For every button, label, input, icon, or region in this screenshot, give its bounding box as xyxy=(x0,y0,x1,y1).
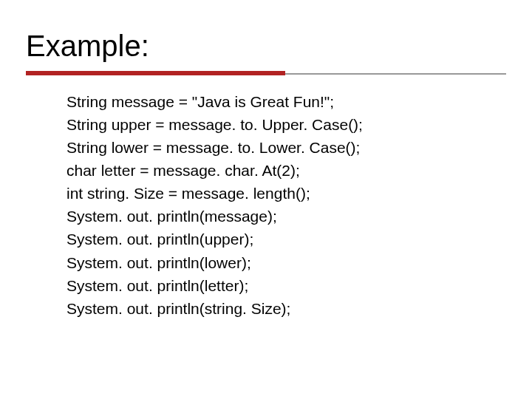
code-line-9: System. out. println(letter); xyxy=(66,274,506,297)
code-line-7: System. out. println(upper); xyxy=(66,228,506,250)
code-block: String message = "Java is Great Fun!"; S… xyxy=(66,90,506,320)
code-line-3: String lower = message. to. Lower. Case(… xyxy=(66,136,506,159)
heading-underline xyxy=(26,71,506,75)
code-line-1: String message = "Java is Great Fun!"; xyxy=(66,90,506,113)
code-line-4: char letter = message. char. At(2); xyxy=(66,159,506,182)
code-line-2: String upper = message. to. Upper. Case(… xyxy=(66,113,506,136)
underline-red-line xyxy=(26,71,285,75)
code-line-6: System. out. println(message); xyxy=(66,205,506,228)
code-line-8: System. out. println(lower); xyxy=(66,251,506,274)
slide-heading: Example: xyxy=(26,30,506,62)
code-line-10: System. out. println(string. Size); xyxy=(66,297,506,320)
code-line-5: int string. Size = message. length(); xyxy=(66,182,506,205)
